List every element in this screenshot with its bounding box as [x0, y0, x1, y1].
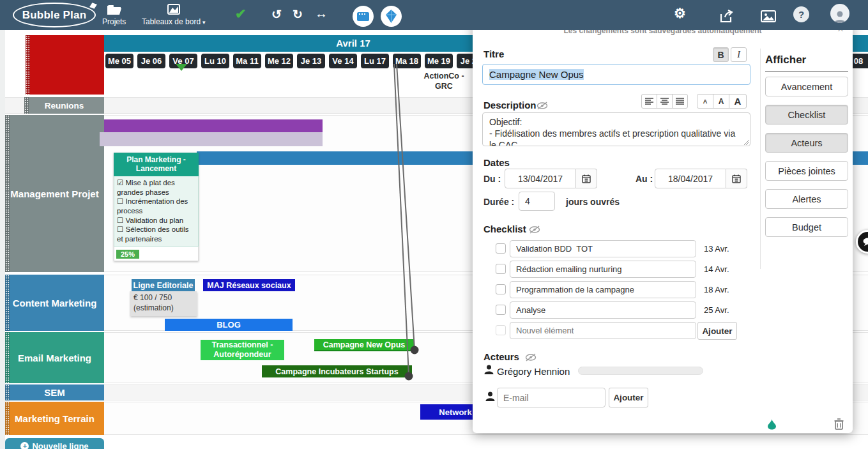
task-bar-light-purple[interactable] [100, 132, 323, 146]
task-bar-purple[interactable] [104, 119, 323, 132]
row-header-email-marketing[interactable]: Email Marketing [5, 332, 104, 383]
checklist-add-button[interactable]: Ajouter [697, 322, 737, 340]
day-header[interactable]: Lu 17 [361, 54, 389, 68]
title-input[interactable]: Campagne New Opus [482, 64, 750, 85]
card-check-item[interactable]: ☐ Validation du plan [117, 216, 195, 225]
to-calendar-button[interactable] [726, 169, 747, 188]
gear-icon[interactable]: ⚙ [674, 6, 686, 21]
bubble-view-button[interactable] [381, 6, 402, 27]
drag-handle[interactable] [24, 97, 29, 114]
task-budget-ligne-editoriale[interactable]: € 100 / 750 (estimation) [130, 291, 197, 316]
eye-slash-icon[interactable] [537, 102, 548, 110]
task-bar-maj-reseaux-sociaux[interactable]: MAJ Réseaux sociaux [203, 279, 295, 291]
checklist-checkbox-new[interactable] [496, 325, 506, 335]
add-line-button[interactable]: +Nouvelle ligne [5, 438, 104, 449]
checklist-checkbox[interactable] [496, 305, 506, 315]
from-date-input[interactable] [505, 169, 576, 188]
checklist-checkbox[interactable] [496, 264, 506, 274]
drag-handle[interactable] [5, 402, 10, 435]
italic-button[interactable]: I [731, 47, 747, 62]
checklist-item-input[interactable] [510, 261, 696, 278]
day-header[interactable]: Me 19 [425, 54, 453, 68]
redo-icon[interactable]: ↻ [293, 7, 303, 22]
day-header[interactable]: Ve 14 [329, 54, 357, 68]
trash-icon[interactable] [834, 418, 844, 430]
day-header[interactable]: Je 06 [137, 54, 165, 68]
unchecked-box-icon: ☐ [117, 217, 123, 224]
validate-check-icon[interactable]: ✔ [235, 6, 247, 22]
export-image-button[interactable] [758, 6, 779, 27]
row-header-content-marketing[interactable]: Content Marketing [5, 275, 104, 331]
actor-progress-bar[interactable] [578, 367, 703, 375]
font-large-button[interactable]: A [729, 94, 747, 109]
toggle-acteurs-button[interactable]: Acteurs [765, 133, 848, 153]
align-left-button[interactable] [641, 94, 657, 109]
toggle-pieces-jointes-button[interactable]: Pièces jointes [765, 161, 848, 181]
day-header[interactable]: Lu 10 [201, 54, 229, 68]
actor-add-button[interactable]: Ajouter [609, 388, 648, 407]
day-header[interactable]: Me 12 [265, 54, 293, 68]
toggle-checklist-button[interactable]: Checklist [765, 105, 848, 125]
checklist-item-input[interactable] [510, 301, 696, 319]
day-header[interactable]: Ma 11 [233, 54, 261, 68]
day-header[interactable]: Me 05 [105, 54, 133, 68]
task-bar-blog[interactable]: BLOG [165, 319, 293, 331]
toggle-alertes-button[interactable]: Alertes [765, 189, 848, 209]
nav-projets[interactable]: Projets [102, 4, 126, 26]
day-header[interactable]: Je 13 [297, 54, 325, 68]
drag-handle[interactable] [26, 35, 30, 95]
nav-tableaux-de-bord[interactable]: Tableaux de bord▾ [142, 4, 206, 26]
align-center-button[interactable] [657, 94, 673, 109]
duration-input[interactable] [519, 192, 555, 211]
row-header-sem[interactable]: SEM [5, 384, 104, 400]
row-header-management-projet[interactable]: Management Projet [5, 115, 104, 272]
to-date-input[interactable] [655, 169, 726, 188]
checklist-item-input[interactable] [510, 240, 696, 257]
task-card-plan-marketing[interactable]: Plan Marketing - Lancement ☑ Mise à plat… [114, 153, 199, 261]
afficher-rule [765, 71, 848, 72]
card-check-item[interactable]: ☑ Mise à plat des grandes phases [117, 178, 195, 197]
user-avatar[interactable] [830, 4, 849, 23]
checklist-checkbox[interactable] [496, 243, 506, 254]
actor-email-input[interactable] [497, 388, 605, 407]
row-header-reunions[interactable]: Reunions [24, 97, 104, 114]
from-calendar-button[interactable] [576, 169, 597, 188]
drag-handle[interactable] [5, 275, 10, 331]
font-small-button[interactable]: A [697, 94, 713, 109]
share-button[interactable] [717, 6, 738, 27]
droplet-icon[interactable] [768, 419, 776, 430]
task-bar-transactionnel[interactable]: Transactionnel - Autorépondeur [201, 340, 284, 360]
row-header-marketing-terrain[interactable]: Marketing Terrain [5, 402, 104, 435]
day-header[interactable]: Ma 18 [393, 54, 421, 68]
undo-icon[interactable]: ↺ [271, 7, 282, 22]
bubble-plan-logo[interactable]: Bubble Plan [13, 3, 96, 27]
eye-slash-icon[interactable] [529, 225, 540, 234]
align-justify-button[interactable] [672, 94, 688, 109]
toggle-budget-button[interactable]: Budget [765, 217, 848, 237]
card-check-item[interactable]: ☐ Sélection des outils et partenaires [117, 225, 195, 243]
task-bar-campagne-incubateurs[interactable]: Campagne Incubateurs Startups [262, 365, 412, 377]
drag-handle[interactable] [5, 384, 10, 400]
window-icon [357, 12, 369, 21]
milestone-actionco-grc[interactable]: ActionCo - GRC [415, 72, 473, 91]
checklist-checkbox[interactable] [496, 284, 506, 294]
toggle-avancement-button[interactable]: Avancement [765, 77, 848, 96]
task-bar-ligne-editoriale[interactable]: Ligne Editoriale [132, 279, 195, 291]
task-bar-campagne-new-opus[interactable]: Campagne New Opus [314, 339, 414, 351]
bold-button[interactable]: B [713, 47, 729, 62]
help-button[interactable]: ? [793, 6, 809, 22]
card-check-item[interactable]: ☐ Incrémentation des process [117, 197, 195, 215]
drag-handle[interactable] [5, 115, 10, 272]
eye-slash-icon[interactable] [525, 353, 537, 361]
checklist-item-date: 18 Avr. [704, 285, 729, 294]
checklist-new-item-input[interactable] [510, 322, 696, 339]
font-medium-button[interactable]: A [713, 94, 729, 109]
from-date-label: Du : [483, 174, 501, 184]
window-view-button[interactable] [353, 6, 374, 27]
red-header-block[interactable] [26, 35, 104, 95]
checklist-item-input[interactable] [510, 281, 696, 298]
drag-handle[interactable] [5, 332, 10, 383]
checklist-label: Checklist [483, 224, 526, 234]
description-textarea[interactable]: Objectif: - Fidélisation des membres act… [482, 112, 750, 146]
fit-width-icon[interactable]: ↔ [315, 6, 328, 21]
